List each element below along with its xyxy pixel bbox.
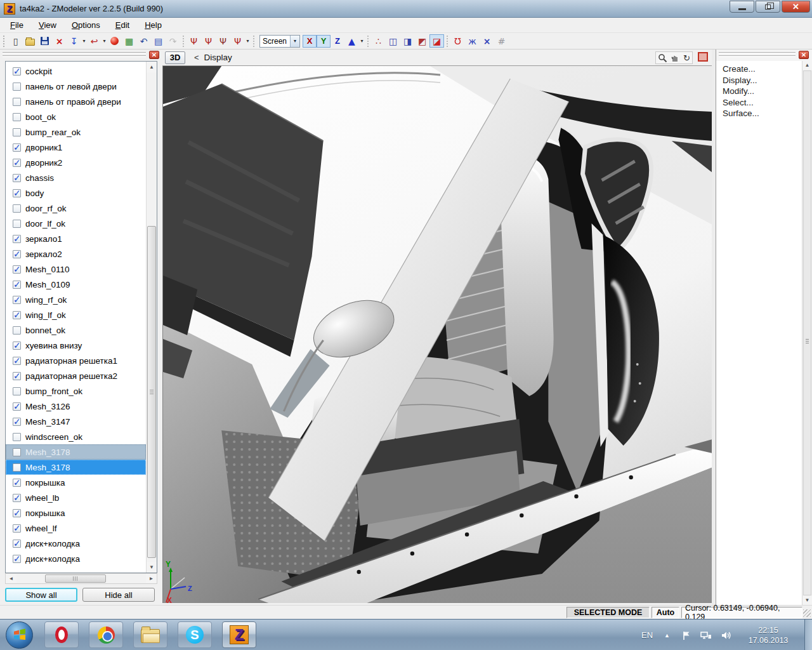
list-item[interactable]: Mesh_3178 [6,460,146,475]
visibility-checkbox[interactable] [13,174,21,182]
visibility-checkbox[interactable] [13,220,21,228]
delete-icon[interactable]: × [52,34,67,48]
list-item[interactable]: door_lf_ok [6,216,146,231]
select-faces-mode-icon[interactable]: ◨ [400,34,415,48]
list-item[interactable]: дворник2 [6,155,146,170]
menu-edit[interactable]: Edit [108,19,137,31]
left-panel-header[interactable]: ✕ [0,50,162,61]
taskbar-zmodeler-button[interactable]: Z [222,621,256,648]
screen-space-combo[interactable]: Screen▾ [259,35,300,48]
select-edges-mode-icon[interactable]: ◫ [386,34,400,48]
panel-grip[interactable] [719,52,796,58]
list-item[interactable]: chassis [6,170,146,185]
visibility-checkbox[interactable] [13,402,21,411]
export-file-icon[interactable]: ↩ [87,34,102,48]
render-sphere-icon[interactable] [107,34,122,48]
visibility-checkbox[interactable] [13,159,21,167]
list-item[interactable]: радиаторная решетка2 [6,368,146,383]
visibility-checkbox[interactable] [13,494,21,502]
viewport-back-arrow[interactable]: < [194,53,199,62]
visibility-checkbox[interactable] [13,296,21,304]
right-panel-header[interactable]: ✕ [716,50,812,61]
list-item[interactable]: wing_lf_ok [6,307,146,322]
hidden-icons-arrow-icon[interactable]: ▲ [664,632,670,639]
vertex-manipulator-down-icon[interactable]: Ψ [201,34,216,48]
visibility-checkbox[interactable] [13,509,21,517]
viewport-canvas[interactable]: Y Z X [162,66,712,603]
show-desktop-button[interactable] [804,620,812,650]
visibility-checkbox[interactable] [13,479,21,487]
visibility-checkbox[interactable] [13,189,21,197]
notes-icon[interactable]: ▤ [151,34,166,48]
list-item[interactable]: дворник1 [6,140,146,155]
taskbar-chrome-button[interactable] [89,621,123,648]
visibility-checkbox[interactable] [13,448,21,456]
visibility-checkbox[interactable] [13,463,21,472]
title-bar[interactable]: Z ta4ka2 - ZModeler ver 2.2.5 (Build 990… [0,0,812,18]
list-item[interactable]: boot_ok [6,109,146,124]
list-item[interactable]: bump_front_ok [6,383,146,399]
list-item[interactable]: Mesh_3126 [6,399,146,414]
scrollbar-thumb[interactable] [147,226,156,558]
save-file-icon[interactable] [37,34,52,48]
visibility-checkbox[interactable] [13,143,21,152]
list-item[interactable]: панель от левой двери [6,79,146,94]
scrollbar-thumb[interactable] [803,70,811,595]
combo-dropdown-icon[interactable]: ▾ [290,36,299,47]
menu-options[interactable]: Options [64,19,108,31]
viewport-view-label[interactable]: Display [204,53,232,62]
language-indicator[interactable]: EN [641,630,653,640]
show-all-button[interactable]: Show all [5,588,77,602]
command-select[interactable]: Select... [723,97,812,109]
list-item[interactable]: body [6,185,146,201]
vertex-manipulator-up-icon[interactable]: Ψ [187,34,201,48]
select-polygons-mode-icon[interactable]: ◩ [415,34,429,48]
minimize-button[interactable] [730,1,754,13]
menu-file[interactable]: File [3,19,31,31]
command-display[interactable]: Display... [723,75,812,86]
viewport-maximize-icon[interactable] [698,52,708,62]
visibility-checkbox[interactable] [13,250,21,258]
network-icon[interactable] [700,630,712,640]
list-item[interactable]: Mesh_3178 [6,444,146,460]
list-item[interactable]: покрышка [6,505,146,521]
panel-grip[interactable] [3,52,146,58]
resize-grip-icon[interactable] [803,609,811,617]
axis-z-toggle[interactable]: Z [331,35,344,48]
visibility-checkbox[interactable] [13,83,21,91]
visibility-checkbox[interactable] [13,540,21,548]
material-editor-icon[interactable]: ▦ [122,34,136,48]
list-item[interactable]: зеркало1 [6,231,146,246]
scroll-right-icon[interactable]: ► [146,574,157,583]
open-file-icon[interactable] [23,34,37,48]
pan-hand-icon[interactable] [671,53,680,63]
command-surface[interactable]: Surface... [723,108,812,119]
axis-x-toggle[interactable]: X [303,35,317,48]
scroll-down-icon[interactable]: ▼ [147,562,157,573]
visibility-checkbox[interactable] [13,555,21,563]
taskbar-opera-button[interactable] [44,621,79,648]
menu-help[interactable]: Help [137,19,169,31]
list-item[interactable]: радиаторная решетка1 [6,353,146,368]
command-modify[interactable]: Modify... [723,86,812,97]
axis-y-toggle[interactable]: Y [317,35,331,48]
visibility-checkbox[interactable] [13,326,21,335]
visibility-checkbox[interactable] [13,342,21,350]
dropdown-arrow-icon[interactable]: ▾ [245,34,251,48]
right-panel-close-icon[interactable]: ✕ [799,51,809,59]
list-item[interactable]: покрышка [6,475,146,490]
dropdown-arrow-icon[interactable]: ▾ [359,34,365,48]
undo-icon[interactable]: ↶ [136,34,151,48]
scroll-left-icon[interactable]: ◄ [6,574,16,583]
visibility-checkbox[interactable] [13,524,21,533]
action-center-flag-icon[interactable] [681,630,691,640]
list-item[interactable]: windscreen_ok [6,429,146,444]
close-button[interactable]: ✕ [782,1,810,13]
gizmo-cone-icon[interactable]: ▲ [344,34,359,48]
carry-mode-icon[interactable]: Ψ [230,34,245,48]
walk-mode-icon[interactable]: Ψ [216,34,230,48]
visibility-checkbox[interactable] [13,311,21,319]
list-item[interactable]: панель от правой двери [6,94,146,109]
list-item[interactable]: cockpit [6,63,146,79]
scrollbar-thumb[interactable] [45,574,106,583]
